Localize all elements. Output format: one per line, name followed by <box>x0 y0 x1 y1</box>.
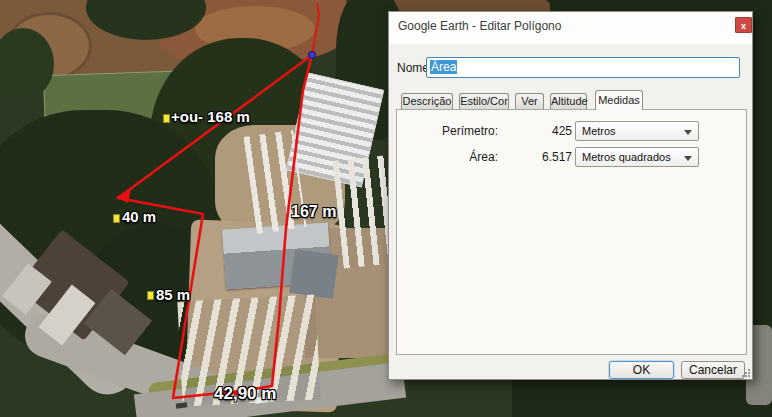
chevron-down-icon <box>684 156 692 161</box>
measurement-marker-icon <box>113 214 120 223</box>
perimeter-unit-value: Metros <box>582 125 616 137</box>
measurement-label-168m: +ou- 168 m <box>171 108 250 125</box>
area-label: Área: <box>410 150 498 164</box>
area-value: 6.517 <box>500 150 572 164</box>
dialog-titlebar[interactable]: Google Earth - Editar Polígono x <box>389 12 752 44</box>
measurement-marker-icon <box>147 291 154 300</box>
measurement-label-85m: 85 m <box>156 286 190 303</box>
tab-ver[interactable]: Ver <box>515 93 544 109</box>
close-button[interactable]: x <box>735 17 752 33</box>
area-unit-select[interactable]: Metros quadrados <box>575 147 699 167</box>
tab-descricao[interactable]: Descrição <box>401 93 453 109</box>
ok-button[interactable]: OK <box>609 361 674 379</box>
terrain-truck-row <box>332 156 395 269</box>
tab-estilo-cor[interactable]: Estilo/Cor <box>459 93 509 109</box>
terrain-shed-gray <box>289 249 339 299</box>
measurement-label-167m: 167 m <box>291 203 336 221</box>
tab-medidas[interactable]: Medidas <box>595 90 643 110</box>
resize-grip[interactable] <box>741 368 750 377</box>
measurement-label-40m: 40 m <box>122 208 156 225</box>
chevron-down-icon <box>684 130 692 135</box>
tab-altitude[interactable]: Altitude <box>550 93 587 109</box>
perimeter-label: Perímetro: <box>410 124 498 138</box>
name-value-selected: Área <box>430 60 457 74</box>
name-input[interactable]: Área <box>426 57 740 78</box>
measurement-marker-icon <box>163 114 170 123</box>
medidas-panel: Perímetro: 425 Metros Área: 6.517 Metros… <box>396 109 747 355</box>
perimeter-unit-select[interactable]: Metros <box>575 121 699 141</box>
perimeter-value: 425 <box>500 124 572 138</box>
cancel-button[interactable]: Cancelar <box>681 361 745 379</box>
area-unit-value: Metros quadrados <box>582 151 671 163</box>
edit-polygon-dialog: Google Earth - Editar Polígono x Nome: Á… <box>388 11 753 380</box>
measurement-label-42-90m: 42,90 m <box>214 384 276 404</box>
screen: +ou- 168 m 40 m 167 m 85 m 42,90 m Googl… <box>0 0 772 417</box>
dialog-title: Google Earth - Editar Polígono <box>398 19 561 33</box>
